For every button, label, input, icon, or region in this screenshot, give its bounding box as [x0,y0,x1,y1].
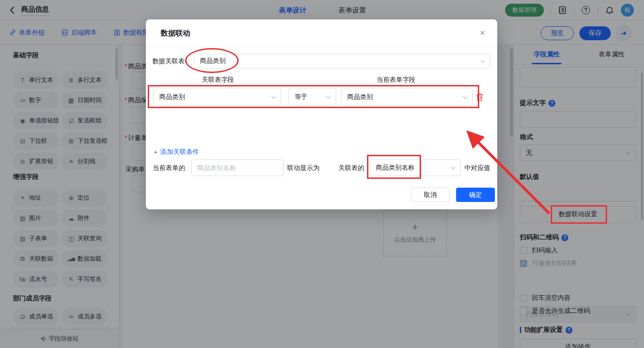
linkage-display-as-label: 联动显示为 [287,164,319,172]
column-header-current-field: 当前表单字段 [377,76,415,84]
cancel-button[interactable]: 取消 [411,188,450,202]
trash-icon[interactable] [475,92,484,102]
current-field-input[interactable] [191,159,283,176]
condition-left-select[interactable]: 商品类别 [153,88,281,106]
chevron-down-icon [271,94,276,99]
relation-table-label: 数据关联表 [152,57,185,65]
chevron-down-icon [451,165,456,170]
confirm-button[interactable]: 确定 [456,188,495,202]
chevron-down-icon [463,94,468,99]
plus-icon: + [154,148,157,156]
modal-title: 数据联动 [161,29,190,38]
add-condition-link[interactable]: + 添加关联条件 [154,148,199,156]
current-form-prefix: 当前表单的 [153,164,185,172]
divider [146,47,497,47]
close-icon[interactable]: × [480,28,485,38]
chevron-down-icon [326,94,331,99]
relation-table-select[interactable]: 商品类别 [194,54,490,68]
related-table-prefix: 关联表的 [338,164,364,172]
data-linkage-modal: 数据联动 × 数据关联表 商品类别 关联表字段 当前表单字段 商品类别 等于 商… [146,19,497,209]
condition-right-select[interactable]: 商品类别 [341,88,473,106]
corresponding-value-suffix: 中对应值 [464,164,490,172]
display-field-select[interactable]: 商品类别名称 [370,159,461,176]
form-designer-app: 商品信息 表单设计 表单设置 数据管理 ? 检 表单外链 [0,0,644,348]
condition-operator-select[interactable]: 等于 [289,88,336,106]
chevron-down-icon [481,58,485,63]
column-header-related-field: 关联表字段 [202,76,234,84]
